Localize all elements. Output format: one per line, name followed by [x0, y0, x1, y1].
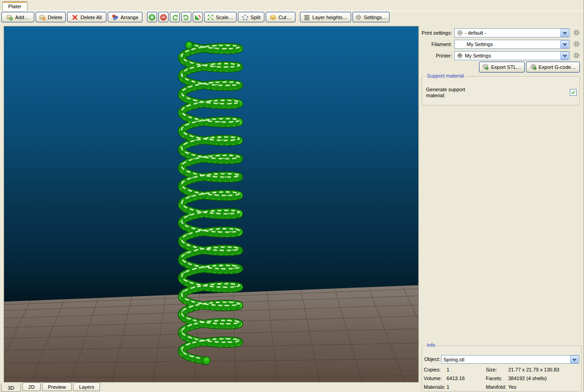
delete-button-label: Delete	[48, 15, 63, 20]
object-select[interactable]: Spring.stl	[441, 355, 579, 364]
info-group: Info Object: Spring.stl Copies: 1 Size: …	[421, 345, 582, 392]
settings-gear-icon	[355, 14, 362, 21]
volume-value: 6413.16	[447, 376, 486, 381]
edit-print-settings-gear-icon[interactable]	[573, 29, 580, 36]
add-button[interactable]: Add…	[1, 12, 34, 22]
support-material-group-title: Support material	[426, 73, 465, 78]
settings-button-label: Settings…	[364, 15, 387, 20]
cut-button-label: Cut…	[279, 15, 291, 20]
copies-label: Copies:	[424, 367, 447, 372]
viewport-3d[interactable]	[4, 26, 419, 382]
edit-filament-gear-icon[interactable]	[573, 41, 580, 47]
delete-all-button-label: Delete All	[80, 15, 101, 20]
filament-dropdown-button[interactable]	[560, 40, 569, 48]
split-icon	[242, 14, 248, 21]
cut-icon	[270, 14, 276, 21]
support-material-group: Support material Generate support materi…	[421, 76, 580, 105]
export-gcode-icon	[530, 63, 537, 71]
delete-all-icon	[72, 14, 78, 21]
tab-plater-label: Plater	[8, 4, 21, 9]
print-settings-label: Print settings:	[415, 30, 452, 36]
export-stl-icon	[482, 63, 489, 71]
copies-value: 1	[447, 367, 486, 372]
arrange-button-label: Arrange	[121, 15, 138, 20]
slic3r-plater-window: Plater	[0, 0, 584, 392]
plus-circle-icon	[148, 14, 156, 21]
print-settings-value: - default -	[465, 30, 486, 36]
decrease-copies-button[interactable]	[158, 12, 168, 22]
printer-icon	[457, 52, 463, 59]
size-label: Size:	[486, 367, 508, 372]
printer-value: My Settings	[465, 53, 491, 58]
filament-select[interactable]: My Settings	[454, 40, 570, 49]
rotate-cw-button[interactable]	[181, 12, 191, 22]
print-settings-dropdown-button[interactable]	[560, 29, 569, 37]
checkmark-icon	[571, 90, 576, 95]
tab-plater[interactable]: Plater	[2, 1, 27, 11]
materials-value: 1	[447, 384, 486, 390]
export-stl-button[interactable]: Export STL…	[479, 62, 525, 73]
arrange-button[interactable]: Arrange	[108, 12, 142, 22]
minus-circle-icon	[160, 14, 167, 21]
tab-layers-label: Layers	[79, 384, 94, 390]
generate-support-checkbox[interactable]	[570, 89, 577, 96]
tab-3d[interactable]: 3D	[1, 383, 21, 392]
split-button-label: Split	[251, 15, 260, 20]
model-info-grid: Copies: 1 Size: 21.77 x 21.79 x 130.83 V…	[424, 367, 579, 390]
rotate-cw-icon	[183, 14, 189, 21]
tab-preview[interactable]: Preview	[42, 382, 72, 391]
delete-all-button[interactable]: Delete All	[67, 12, 106, 22]
tab-layers[interactable]: Layers	[73, 382, 100, 391]
chevron-down-icon	[562, 41, 568, 47]
scale-button-label: Scale…	[216, 15, 234, 20]
facets-value: 384192 (4 shells)	[508, 376, 579, 381]
generate-support-label: Generate support material:	[426, 87, 479, 99]
arrange-icon	[112, 14, 118, 21]
plater-toolbar: Add… Delete Delete All Arrange	[1, 12, 389, 22]
print-settings-select[interactable]: - default -	[454, 28, 570, 37]
size-value: 21.77 x 21.79 x 130.83	[508, 367, 579, 372]
object-value: Spring.stl	[443, 357, 464, 362]
add-button-label: Add…	[15, 15, 29, 20]
rotate-ccw-icon	[172, 14, 178, 21]
edit-printer-gear-icon[interactable]	[573, 52, 580, 59]
tab-2d-label: 2D	[28, 384, 35, 390]
object-label: Object:	[424, 356, 440, 362]
layer-heights-button[interactable]: Layer heights…	[300, 12, 351, 22]
chevron-down-icon	[571, 356, 578, 363]
layer-heights-button-label: Layer heights…	[312, 15, 347, 20]
printer-select[interactable]: My Settings	[454, 51, 570, 60]
export-stl-button-label: Export STL…	[491, 64, 521, 70]
cut-button[interactable]: Cut…	[266, 12, 295, 22]
materials-label: Materials:	[424, 384, 447, 390]
tab-2d[interactable]: 2D	[22, 382, 41, 391]
manifold-value: Yes	[508, 384, 579, 390]
rotate-ccw-button[interactable]	[170, 12, 180, 22]
tab-preview-label: Preview	[48, 384, 66, 390]
layer-heights-icon	[304, 14, 310, 21]
volume-label: Volume:	[424, 376, 447, 381]
facets-label: Facets:	[486, 376, 508, 381]
filament-value: My Settings	[467, 42, 493, 47]
split-button[interactable]: Split	[238, 12, 264, 22]
tab-3d-label: 3D	[8, 385, 14, 391]
printer-dropdown-button[interactable]	[560, 52, 569, 60]
info-group-title: Info	[426, 342, 437, 348]
filament-label: Filament:	[415, 42, 452, 47]
export-gcode-button-label: Export G-code…	[539, 64, 576, 70]
scale-icon	[207, 14, 214, 21]
increase-copies-button[interactable]	[147, 12, 157, 22]
printer-label: Printer:	[415, 53, 452, 58]
export-gcode-button[interactable]: Export G-code…	[526, 62, 580, 73]
print-settings-gear-icon	[457, 30, 463, 36]
delete-button[interactable]: Delete	[36, 12, 66, 22]
delete-icon	[39, 14, 46, 21]
settings-button[interactable]: Settings…	[353, 12, 389, 22]
tab-strip-divider	[0, 10, 584, 11]
chevron-down-icon	[562, 52, 568, 59]
rotate-45-button[interactable]	[193, 12, 203, 22]
object-dropdown-button[interactable]	[570, 355, 579, 363]
scale-button[interactable]: Scale…	[204, 12, 237, 22]
chevron-down-icon	[562, 30, 568, 36]
viewport-3d-scene[interactable]	[4, 26, 418, 382]
